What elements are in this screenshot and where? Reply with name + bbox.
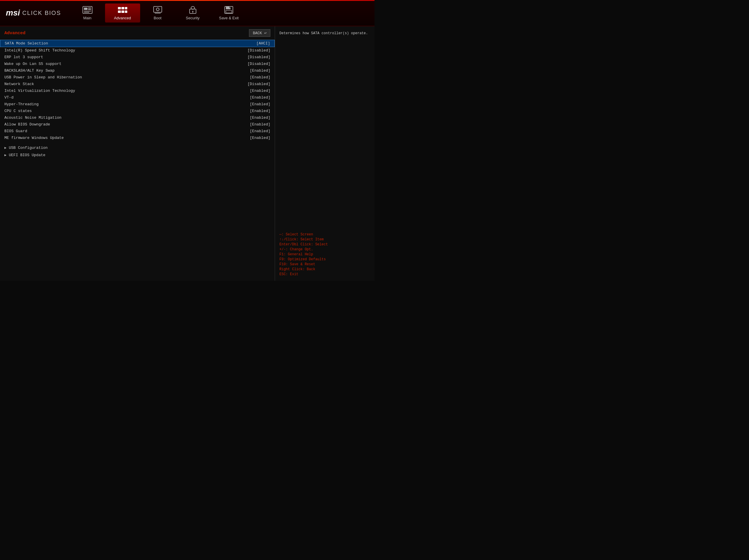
svg-point-21 [192,11,193,12]
svg-rect-12 [154,6,162,12]
svg-rect-11 [125,10,127,13]
right-panel: Determines how SATA controller(s) operat… [275,26,374,281]
submenu-item[interactable]: ▶UEFI BIOS Update [0,152,275,159]
setting-value: [Enabled] [250,89,270,93]
svg-rect-4 [84,11,91,12]
logo-click-bios: CLICK BIOS [22,10,61,16]
main-icon [82,6,93,14]
save-exit-icon [223,6,234,14]
setting-value: [Enabled] [250,129,270,133]
tab-save-exit[interactable]: Save & Exit [210,3,248,23]
keybind-line: F1: General Help [279,252,370,256]
svg-rect-13 [155,13,160,14]
svg-rect-5 [84,12,89,13]
submenu-arrow-icon: ▶ [4,145,6,150]
submenu-item[interactable]: ▶USB Configuration [0,144,275,152]
setting-name: Hyper-Threading [4,102,39,107]
setting-row[interactable]: SATA Mode Selection[AHCI] [0,40,275,47]
tab-main-label: Main [83,16,91,20]
keybind-line: Right Click: Back [279,267,370,271]
setting-row[interactable]: USB Power in Sleep and Hibernation[Enabl… [0,74,275,81]
tab-security[interactable]: Security [175,3,210,23]
svg-rect-1 [84,7,87,10]
advanced-icon [117,6,128,14]
keybind-line: ↑↓/Click: Select Item [279,238,370,242]
left-panel: Advanced BACK ↩ SATA Mode Selection[AHCI… [0,26,275,281]
keybind-line: F10: Save & Reset [279,262,370,266]
submenu-label: UEFI BIOS Update [9,153,45,157]
setting-row[interactable]: Wake up On Lan S5 support[Disabled] [0,61,275,67]
setting-value: [AHCI] [256,41,270,46]
setting-name: Intel(R) Speed Shift Technology [4,48,75,53]
tab-boot[interactable]: Boot [140,3,175,23]
setting-row[interactable]: VT-d[Enabled] [0,94,275,101]
nav-tabs: Main Advanced [70,3,369,23]
panel-title: Advanced [4,31,25,36]
setting-value: [Enabled] [250,102,270,107]
setting-row[interactable]: Allow BIOS Downgrade[Enabled] [0,121,275,128]
tab-advanced[interactable]: Advanced [105,3,140,23]
svg-rect-2 [88,7,91,8]
setting-row[interactable]: Network Stack[Disabled] [0,81,275,87]
setting-name: BACKSLASH/ALT Key Swap [4,68,55,73]
setting-name: Network Stack [4,82,34,86]
tab-boot-label: Boot [154,16,162,20]
tab-save-exit-label: Save & Exit [219,16,239,20]
boot-icon [152,6,163,14]
setting-name: BIOS Guard [4,129,27,133]
setting-row[interactable]: Acoustic Noise Mitigation[Enabled] [0,114,275,121]
setting-value: [Enabled] [250,115,270,120]
svg-rect-9 [118,10,121,13]
setting-name: ME firmware Windows Update [4,136,64,140]
setting-name: USB Power in Sleep and Hibernation [4,75,82,80]
svg-rect-26 [226,10,232,13]
setting-row[interactable]: BIOS Guard[Enabled] [0,128,275,135]
setting-row[interactable]: ME firmware Windows Update[Enabled] [0,135,275,141]
tab-security-label: Security [186,16,199,20]
setting-value: [Disabled] [248,55,270,59]
svg-rect-25 [229,6,231,8]
keybind-line: ↔: Select Screen [279,232,370,237]
setting-row[interactable]: CPU C states[Enabled] [0,108,275,114]
keybind-line: +/-: Change Opt. [279,247,370,251]
help-text: Determines how SATA controller(s) operat… [279,31,370,36]
setting-row[interactable]: ERP lot 3 support[Disabled] [0,54,275,61]
security-icon [188,6,198,14]
setting-row[interactable]: Intel(R) Speed Shift Technology[Disabled… [0,47,275,54]
setting-value: [Disabled] [248,82,270,86]
header: msi CLICK BIOS Main [0,0,374,26]
keybind-line: F9: Optimized Defaults [279,257,370,262]
keybinds-panel: ↔: Select Screen↑↓/Click: Select ItemEnt… [279,232,370,276]
submenu-arrow-icon: ▶ [4,153,6,157]
setting-name: Acoustic Noise Mitigation [4,115,61,120]
setting-name: Allow BIOS Downgrade [4,122,50,127]
setting-name: SATA Mode Selection [5,41,48,46]
setting-row[interactable]: BACKSLASH/ALT Key Swap[Enabled] [0,67,275,74]
setting-name: CPU C states [4,109,32,113]
svg-rect-3 [88,9,91,10]
setting-name: ERP lot 3 support [4,55,43,59]
setting-row[interactable]: Intel Virtualization Technology[Enabled] [0,87,275,94]
setting-row[interactable]: Hyper-Threading[Enabled] [0,101,275,108]
tab-main[interactable]: Main [70,3,105,23]
panel-header: Advanced BACK ↩ [0,26,275,40]
setting-name: Intel Virtualization Technology [4,89,75,93]
setting-value: [Enabled] [250,95,270,100]
setting-name: Wake up On Lan S5 support [4,62,61,66]
setting-value: [Enabled] [250,68,270,73]
settings-list: SATA Mode Selection[AHCI]Intel(R) Speed … [0,40,275,281]
tab-advanced-label: Advanced [114,16,131,20]
setting-name: VT-d [4,95,14,100]
logo-msi: msi [6,8,20,18]
keybind-line: Enter/Dbl Click: Select [279,242,370,247]
logo: msi CLICK BIOS [6,8,61,18]
setting-value: [Enabled] [250,75,270,80]
setting-value: [Enabled] [250,109,270,113]
svg-rect-10 [125,7,127,9]
setting-value: [Enabled] [250,136,270,140]
svg-rect-6 [118,7,121,9]
setting-value: [Disabled] [248,62,270,66]
main-content: Advanced BACK ↩ SATA Mode Selection[AHCI… [0,26,374,281]
back-button[interactable]: BACK ↩ [249,29,270,37]
svg-rect-8 [122,10,124,13]
